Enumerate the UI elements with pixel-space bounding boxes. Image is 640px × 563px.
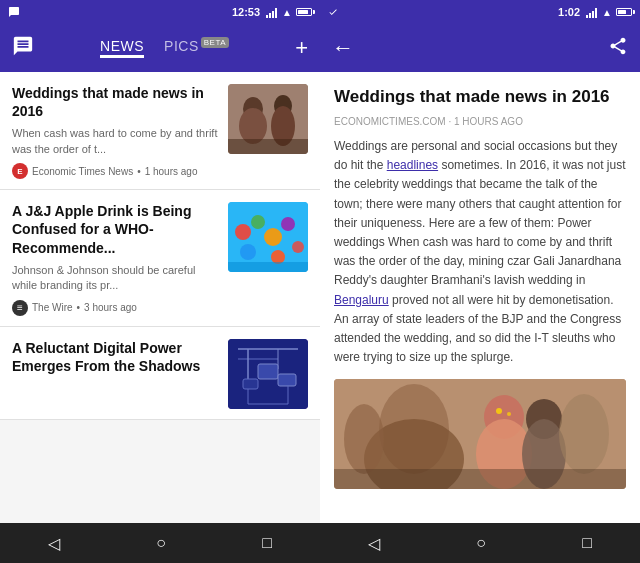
news-item[interactable]: A J&J Apple Drink is Being Confused for …	[0, 190, 320, 326]
recent-button-right[interactable]: □	[582, 534, 592, 552]
beta-badge: Beta	[201, 37, 229, 48]
news-source: Economic Times News	[32, 166, 133, 177]
status-bar-left: 12:53 ▲	[0, 0, 320, 24]
check-icon	[328, 7, 338, 17]
home-button[interactable]: ○	[156, 534, 166, 552]
news-item-desc: When cash was hard to come by and thrift…	[12, 126, 218, 157]
home-button-right[interactable]: ○	[476, 534, 486, 552]
article-thumb-svg	[334, 379, 626, 489]
status-icons-left	[8, 6, 20, 18]
svg-rect-38	[334, 469, 626, 489]
svg-point-2	[239, 108, 267, 144]
signal-bars	[266, 6, 277, 18]
chat-nav-icon[interactable]	[12, 35, 34, 62]
news-source: The Wire	[32, 302, 73, 313]
news-item-title: A Reluctant Digital Power Emerges From t…	[12, 339, 218, 375]
back-button[interactable]: ◁	[48, 534, 60, 553]
svg-point-8	[251, 215, 265, 229]
svg-rect-14	[228, 262, 308, 272]
recent-button[interactable]: □	[262, 534, 272, 552]
svg-point-7	[235, 224, 251, 240]
svg-point-10	[281, 217, 295, 231]
svg-point-12	[240, 244, 256, 260]
back-button-right[interactable]: ◁	[368, 534, 380, 553]
news-item-meta: ≡ The Wire • 3 hours ago	[12, 300, 218, 316]
article-content: Weddings that made news in 2016 ECONOMIC…	[320, 72, 640, 523]
left-panel: 12:53 ▲ News PicsBeta +	[0, 0, 320, 563]
svg-point-9	[264, 228, 282, 246]
news-list: Weddings that made news in 2016 When cas…	[0, 72, 320, 523]
svg-point-13	[271, 250, 285, 264]
news-item-title: Weddings that made news in 2016	[12, 84, 218, 120]
news-item-text: A J&J Apple Drink is Being Confused for …	[12, 202, 218, 315]
separator: •	[77, 302, 81, 313]
svg-rect-21	[243, 379, 258, 389]
news-item[interactable]: Weddings that made news in 2016 When cas…	[0, 72, 320, 190]
thumb-image-digital	[228, 339, 308, 409]
thumb-image-jj	[228, 202, 308, 272]
bottom-nav-right: ◁ ○ □	[320, 523, 640, 563]
thumb-image-wedding	[228, 84, 308, 154]
back-arrow-icon[interactable]: ←	[332, 35, 354, 61]
tab-news[interactable]: News	[100, 38, 144, 58]
bengaluru-link[interactable]: Bengaluru	[334, 293, 389, 307]
news-item-thumb	[228, 202, 308, 272]
thumb-svg	[228, 84, 308, 154]
news-time: 3 hours ago	[84, 302, 137, 313]
svg-point-11	[292, 241, 304, 253]
news-item-text: A Reluctant Digital Power Emerges From t…	[12, 339, 218, 409]
thumb-svg-jj	[228, 202, 308, 272]
right-status-icons-right: ▲	[586, 6, 632, 18]
right-status-icons: ▲	[266, 6, 312, 18]
article-source: ECONOMICTIMES.COM · 1 hours ago	[334, 116, 626, 127]
bottom-nav-left: ◁ ○ □	[0, 523, 320, 563]
svg-point-34	[496, 408, 502, 414]
separator: •	[137, 166, 141, 177]
news-item-desc: Johnson & Johnson should be careful whil…	[12, 263, 218, 294]
share-icon[interactable]	[608, 36, 628, 61]
add-icon[interactable]: +	[295, 35, 308, 61]
chat-icon	[8, 6, 20, 18]
status-bar-right: 1:02 ▲	[320, 0, 640, 24]
svg-point-37	[344, 404, 384, 474]
source-icon-wire: ≡	[12, 300, 28, 316]
headlines-link[interactable]: headlines	[387, 158, 438, 172]
article-image	[334, 379, 626, 489]
svg-point-36	[559, 394, 609, 474]
wifi-icon-right: ▲	[602, 7, 612, 18]
battery-icon	[296, 8, 312, 16]
status-time-right: 1:02	[558, 6, 580, 18]
source-icon-et: E	[12, 163, 28, 179]
wifi-icon: ▲	[282, 7, 292, 18]
thumb-svg-digital	[228, 339, 308, 409]
signal-bars-right	[586, 6, 597, 18]
top-bar-left: News PicsBeta +	[0, 24, 320, 72]
tab-area: News PicsBeta	[42, 38, 287, 58]
svg-rect-5	[228, 139, 308, 154]
svg-point-35	[507, 412, 511, 416]
status-icons-right	[328, 7, 338, 17]
tab-pics[interactable]: PicsBeta	[164, 38, 229, 58]
svg-rect-22	[278, 374, 296, 386]
article-body: Weddings are personal and social occasio…	[334, 137, 626, 367]
news-item-thumb	[228, 339, 308, 409]
news-time: 1 hours ago	[145, 166, 198, 177]
svg-rect-20	[258, 364, 278, 379]
news-item-title: A J&J Apple Drink is Being Confused for …	[12, 202, 218, 257]
article-title: Weddings that made news in 2016	[334, 86, 626, 108]
news-item[interactable]: A Reluctant Digital Power Emerges From t…	[0, 327, 320, 420]
news-item-text: Weddings that made news in 2016 When cas…	[12, 84, 218, 179]
battery-icon-right	[616, 8, 632, 16]
article-top-bar: ←	[320, 24, 640, 72]
news-item-meta: E Economic Times News • 1 hours ago	[12, 163, 218, 179]
news-item-thumb	[228, 84, 308, 154]
status-time-left: 12:53	[232, 6, 260, 18]
right-panel: 1:02 ▲ ← Weddings that made news in 2016…	[320, 0, 640, 563]
